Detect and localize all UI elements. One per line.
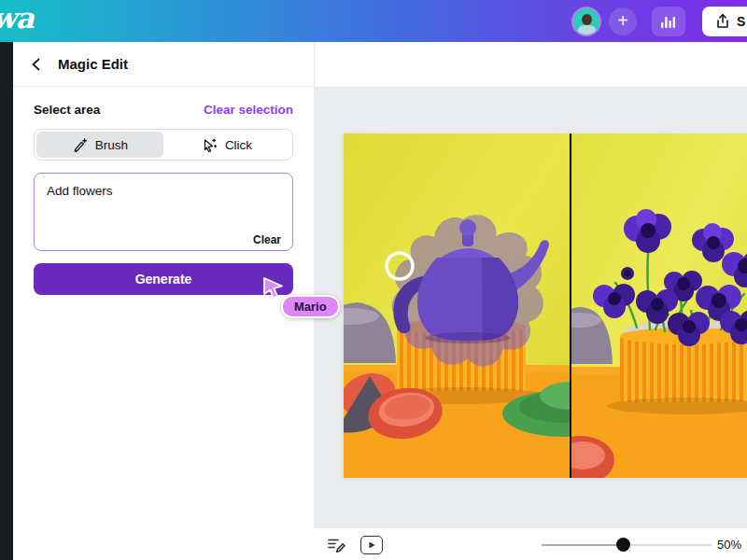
avatar[interactable] bbox=[571, 7, 601, 36]
click-mode-button[interactable]: Click bbox=[163, 132, 290, 158]
zoom-slider-thumb[interactable] bbox=[616, 538, 630, 552]
panel-header: Magic Edit bbox=[13, 42, 314, 87]
brush-icon bbox=[72, 137, 88, 153]
generate-button[interactable]: Generate bbox=[34, 263, 293, 295]
zoom-slider-fill bbox=[542, 544, 623, 546]
present-button[interactable] bbox=[360, 536, 383, 554]
magic-edit-panel: Magic Edit Select area Clear selection B… bbox=[13, 42, 314, 560]
select-area-label: Select area bbox=[34, 103, 100, 117]
zoom-slider[interactable] bbox=[542, 528, 712, 560]
selection-mode-toggle: Brush Click bbox=[34, 129, 293, 161]
click-mode-label: Click bbox=[225, 138, 252, 152]
share-button-label: S bbox=[737, 14, 745, 29]
canvas-bottom-bar: 50% bbox=[314, 527, 747, 560]
magic-edit-stage[interactable] bbox=[344, 133, 747, 478]
notes-button[interactable] bbox=[327, 536, 346, 553]
magic-write-notes-icon bbox=[327, 536, 346, 553]
click-cursor-icon bbox=[202, 137, 218, 153]
canvas-area[interactable] bbox=[314, 87, 747, 527]
share-upload-icon bbox=[715, 13, 730, 29]
prompt-clear-button[interactable]: Clear bbox=[253, 233, 281, 246]
brush-mode-button[interactable]: Brush bbox=[36, 132, 163, 158]
canva-logo[interactable]: wa bbox=[0, 1, 34, 35]
collaborator-name-badge: Mario bbox=[281, 295, 340, 318]
collapsed-nav-rail[interactable] bbox=[0, 42, 13, 560]
collaborator-cursor-icon bbox=[262, 277, 285, 300]
avatar-head bbox=[582, 14, 592, 25]
canvas-top-strip bbox=[314, 42, 747, 87]
back-button[interactable] bbox=[30, 58, 43, 71]
before-image-teapot[interactable] bbox=[344, 133, 570, 478]
after-image-flowers[interactable] bbox=[571, 133, 747, 478]
bar-chart-icon bbox=[660, 14, 677, 29]
panel-title: Magic Edit bbox=[58, 56, 128, 72]
insights-button[interactable] bbox=[652, 7, 685, 36]
play-icon bbox=[367, 540, 376, 550]
back-chevron-icon bbox=[30, 58, 43, 71]
brush-mode-label: Brush bbox=[95, 138, 128, 152]
share-button[interactable]: S bbox=[702, 7, 747, 36]
plus-icon: + bbox=[617, 10, 628, 32]
avatar-shirt bbox=[577, 25, 597, 36]
top-navigation-bar: wa + bbox=[0, 0, 747, 42]
zoom-level-label: 50% bbox=[717, 538, 741, 552]
add-member-button[interactable]: + bbox=[609, 7, 637, 35]
clear-selection-link[interactable]: Clear selection bbox=[204, 103, 293, 117]
